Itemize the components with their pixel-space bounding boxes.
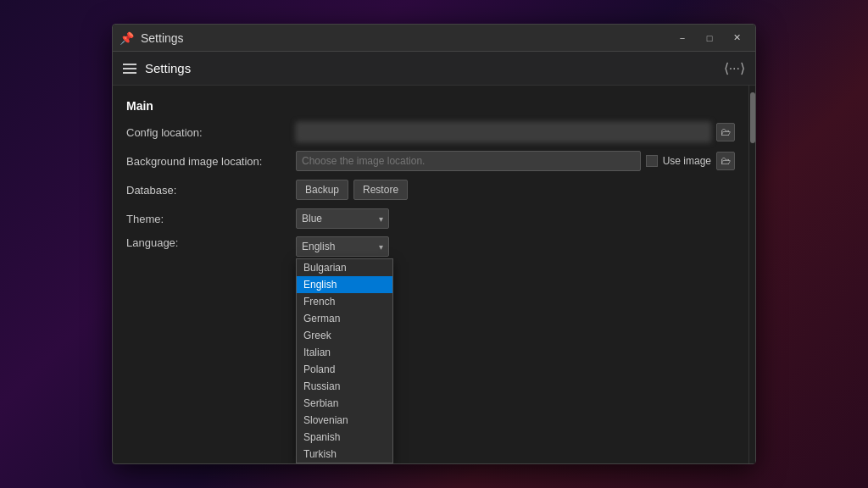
pin-icon: 📌 [120, 31, 134, 45]
language-option-bulgarian[interactable]: Bulgarian [297, 259, 392, 276]
use-image-group: Use image [646, 155, 711, 167]
language-option-french[interactable]: French [297, 293, 392, 310]
actions-button[interactable]: ⟨···⟩ [724, 60, 745, 76]
scrollbar[interactable] [748, 86, 755, 463]
database-control: Backup Restore [296, 180, 735, 200]
hamburger-line [123, 68, 136, 69]
titlebar-left: 📌 Settings [120, 31, 184, 45]
bg-image-label: Background image location: [126, 155, 296, 168]
language-select[interactable]: English ▾ [296, 236, 389, 257]
config-location-label: Config location: [126, 126, 296, 139]
language-option-turkish[interactable]: Turkish [297, 446, 392, 463]
theme-select[interactable]: Blue ▾ [296, 208, 389, 229]
window-title: Settings [141, 31, 184, 45]
minimize-button[interactable]: − [670, 30, 694, 47]
bg-image-browse-button[interactable]: 🗁 [716, 152, 735, 170]
maximize-button[interactable]: □ [698, 30, 721, 47]
language-dropdown-list: Bulgarian English French German Greek It… [296, 258, 393, 463]
language-option-serbian[interactable]: Serbian [297, 395, 392, 412]
theme-control: Blue ▾ [296, 208, 735, 229]
theme-label: Theme: [126, 213, 296, 225]
chevron-down-icon: ▾ [379, 242, 383, 252]
bg-image-input[interactable]: Choose the image location. [296, 151, 641, 171]
language-option-russian[interactable]: Russian [297, 378, 392, 395]
use-image-label: Use image [663, 155, 711, 167]
language-value: English [302, 241, 335, 252]
titlebar: 📌 Settings − □ ✕ [113, 25, 755, 52]
language-row: Language: English ▾ Bulgarian English Fr… [126, 236, 735, 258]
titlebar-controls: − □ ✕ [670, 30, 748, 47]
config-location-browse-button[interactable]: 🗁 [716, 123, 735, 141]
language-option-slovenian[interactable]: Slovenian [297, 412, 392, 429]
language-control: English ▾ Bulgarian English French Germa… [296, 236, 735, 257]
hamburger-menu-button[interactable] [123, 64, 136, 74]
language-option-greek[interactable]: Greek [297, 327, 392, 344]
page-title: Settings [145, 61, 191, 75]
database-label: Database: [126, 184, 296, 197]
main-section-title: Main [126, 99, 735, 113]
language-option-italian[interactable]: Italian [297, 344, 392, 361]
app-header: Settings ⟨···⟩ [113, 52, 755, 86]
theme-value: Blue [302, 213, 322, 225]
config-location-control: 🗁 [296, 122, 735, 142]
language-option-german[interactable]: German [297, 310, 392, 327]
settings-window: 📌 Settings − □ ✕ Settings ⟨···⟩ Main [112, 24, 756, 464]
settings-panel: Main Config location: 🗁 Background image… [113, 86, 748, 463]
header-left: Settings [123, 61, 191, 75]
database-row: Database: Backup Restore [126, 179, 735, 201]
hamburger-line [123, 72, 136, 74]
language-option-spanish[interactable]: Spanish [297, 429, 392, 446]
config-location-value [296, 122, 711, 142]
scrollbar-thumb[interactable] [750, 92, 755, 143]
language-label: Language: [126, 236, 296, 249]
chevron-down-icon: ▾ [379, 214, 383, 224]
bg-image-control: Choose the image location. Use image 🗁 [296, 151, 735, 171]
restore-button[interactable]: Restore [353, 180, 408, 200]
language-dropdown-container: English ▾ Bulgarian English French Germa… [296, 236, 389, 257]
theme-row: Theme: Blue ▾ [126, 208, 735, 230]
hamburger-line [123, 64, 136, 65]
bg-image-row: Background image location: Choose the im… [126, 150, 735, 172]
use-image-checkbox[interactable] [646, 155, 658, 167]
config-location-row: Config location: 🗁 [126, 121, 735, 143]
content-area: Main Config location: 🗁 Background image… [113, 86, 755, 463]
close-button[interactable]: ✕ [725, 30, 748, 47]
language-option-poland[interactable]: Poland [297, 361, 392, 378]
backup-button[interactable]: Backup [296, 180, 348, 200]
language-option-english[interactable]: English [297, 276, 392, 293]
